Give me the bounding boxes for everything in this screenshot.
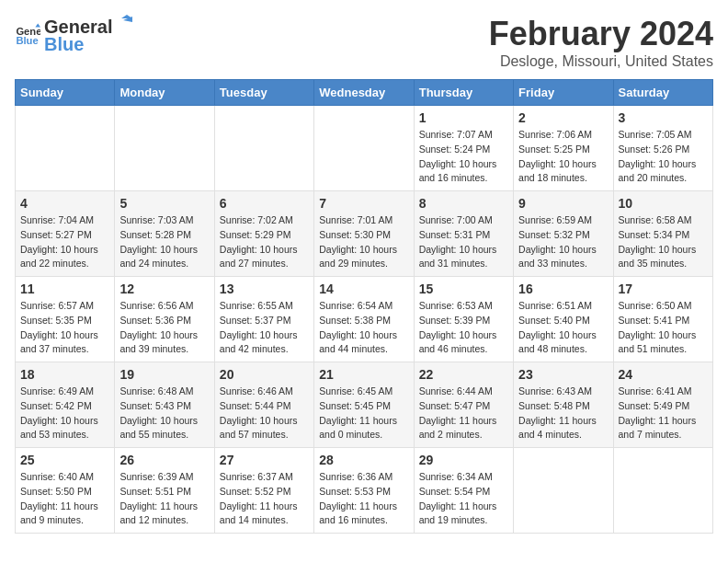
- svg-text:Blue: Blue: [16, 35, 38, 46]
- day-number: 17: [619, 282, 708, 296]
- day-number: 3: [619, 110, 708, 125]
- calendar-cell: 1Sunrise: 7:07 AMSunset: 5:24 PMDaylight…: [414, 106, 513, 191]
- calendar-cell: 21Sunrise: 6:45 AMSunset: 5:45 PMDayligh…: [314, 362, 414, 448]
- calendar-cell: 18Sunrise: 6:49 AMSunset: 5:42 PMDayligh…: [16, 362, 115, 448]
- weekday-header: Saturday: [613, 80, 712, 106]
- calendar-cell: 8Sunrise: 7:00 AMSunset: 5:31 PMDaylight…: [414, 191, 513, 277]
- calendar-cell: 25Sunrise: 6:40 AMSunset: 5:50 PMDayligh…: [16, 448, 115, 534]
- day-info: Sunrise: 6:54 AMSunset: 5:38 PMDaylight:…: [319, 299, 408, 357]
- day-number: 29: [419, 453, 508, 467]
- day-number: 2: [518, 110, 608, 125]
- day-number: 18: [20, 367, 109, 382]
- day-number: 21: [319, 367, 408, 382]
- day-number: 4: [20, 196, 109, 211]
- logo: General Blue General Blue: [15, 15, 132, 55]
- day-info: Sunrise: 6:55 AMSunset: 5:37 PMDaylight:…: [220, 299, 309, 357]
- calendar-cell: 11Sunrise: 6:57 AMSunset: 5:35 PMDayligh…: [16, 277, 115, 362]
- calendar-cell: 7Sunrise: 7:01 AMSunset: 5:30 PMDaylight…: [314, 191, 414, 277]
- day-info: Sunrise: 7:03 AMSunset: 5:28 PMDaylight:…: [119, 213, 209, 271]
- calendar-cell: 4Sunrise: 7:04 AMSunset: 5:27 PMDaylight…: [16, 191, 115, 277]
- weekday-header: Tuesday: [214, 80, 313, 106]
- calendar-cell: 14Sunrise: 6:54 AMSunset: 5:38 PMDayligh…: [314, 277, 414, 362]
- day-number: 12: [119, 282, 209, 296]
- weekday-header: Monday: [115, 80, 214, 106]
- calendar-cell: [514, 448, 613, 534]
- day-info: Sunrise: 6:36 AMSunset: 5:53 PMDaylight:…: [319, 470, 408, 528]
- calendar-cell: 5Sunrise: 7:03 AMSunset: 5:28 PMDaylight…: [115, 191, 214, 277]
- day-info: Sunrise: 6:53 AMSunset: 5:39 PMDaylight:…: [419, 299, 508, 357]
- main-title: February 2024: [489, 15, 713, 53]
- day-number: 13: [220, 282, 309, 296]
- day-info: Sunrise: 6:41 AMSunset: 5:49 PMDaylight:…: [619, 385, 708, 442]
- calendar-cell: 3Sunrise: 7:05 AMSunset: 5:26 PMDaylight…: [613, 106, 712, 191]
- day-info: Sunrise: 7:02 AMSunset: 5:29 PMDaylight:…: [220, 213, 309, 271]
- day-number: 15: [419, 282, 508, 296]
- calendar-cell: 28Sunrise: 6:36 AMSunset: 5:53 PMDayligh…: [314, 448, 414, 534]
- calendar-cell: 15Sunrise: 6:53 AMSunset: 5:39 PMDayligh…: [414, 277, 513, 362]
- calendar-cell: 26Sunrise: 6:39 AMSunset: 5:51 PMDayligh…: [115, 448, 214, 534]
- day-info: Sunrise: 7:01 AMSunset: 5:30 PMDaylight:…: [319, 213, 408, 271]
- day-number: 22: [419, 367, 508, 382]
- calendar-cell: 12Sunrise: 6:56 AMSunset: 5:36 PMDayligh…: [115, 277, 214, 362]
- calendar-cell: 20Sunrise: 6:46 AMSunset: 5:44 PMDayligh…: [214, 362, 313, 448]
- calendar-cell: 29Sunrise: 6:34 AMSunset: 5:54 PMDayligh…: [414, 448, 513, 534]
- day-number: 8: [419, 196, 508, 211]
- day-info: Sunrise: 6:57 AMSunset: 5:35 PMDaylight:…: [20, 299, 109, 357]
- day-number: 14: [319, 282, 408, 296]
- weekday-header: Thursday: [414, 80, 513, 106]
- calendar-cell: 22Sunrise: 6:44 AMSunset: 5:47 PMDayligh…: [414, 362, 513, 448]
- day-info: Sunrise: 7:07 AMSunset: 5:24 PMDaylight:…: [419, 128, 508, 186]
- day-info: Sunrise: 6:34 AMSunset: 5:54 PMDaylight:…: [419, 470, 508, 528]
- day-info: Sunrise: 6:46 AMSunset: 5:44 PMDaylight:…: [220, 385, 309, 442]
- calendar-week-row: 4Sunrise: 7:04 AMSunset: 5:27 PMDaylight…: [16, 191, 713, 277]
- calendar-week-row: 25Sunrise: 6:40 AMSunset: 5:50 PMDayligh…: [16, 448, 713, 534]
- day-number: 1: [419, 110, 508, 125]
- day-number: 19: [119, 367, 209, 382]
- calendar-cell: 10Sunrise: 6:58 AMSunset: 5:34 PMDayligh…: [613, 191, 712, 277]
- logo-bird-icon: [114, 15, 132, 33]
- day-number: 6: [220, 196, 309, 211]
- day-number: 7: [319, 196, 408, 211]
- calendar-cell: 23Sunrise: 6:43 AMSunset: 5:48 PMDayligh…: [514, 362, 613, 448]
- subtitle: Desloge, Missouri, United States: [489, 53, 713, 70]
- calendar-cell: 16Sunrise: 6:51 AMSunset: 5:40 PMDayligh…: [514, 277, 613, 362]
- day-info: Sunrise: 6:50 AMSunset: 5:41 PMDaylight:…: [619, 299, 708, 357]
- day-info: Sunrise: 7:05 AMSunset: 5:26 PMDaylight:…: [619, 128, 708, 186]
- calendar-cell: [115, 106, 214, 191]
- day-info: Sunrise: 7:04 AMSunset: 5:27 PMDaylight:…: [20, 213, 109, 271]
- calendar-cell: 19Sunrise: 6:48 AMSunset: 5:43 PMDayligh…: [115, 362, 214, 448]
- day-info: Sunrise: 6:51 AMSunset: 5:40 PMDaylight:…: [518, 299, 608, 357]
- day-number: 20: [220, 367, 309, 382]
- calendar-cell: [16, 106, 115, 191]
- day-number: 27: [220, 453, 309, 467]
- day-info: Sunrise: 6:40 AMSunset: 5:50 PMDaylight:…: [20, 470, 109, 528]
- day-number: 28: [319, 453, 408, 467]
- calendar-cell: 13Sunrise: 6:55 AMSunset: 5:37 PMDayligh…: [214, 277, 313, 362]
- day-number: 24: [619, 367, 708, 382]
- page-header: General Blue General Blue February 2024 …: [15, 15, 713, 70]
- calendar-cell: 9Sunrise: 6:59 AMSunset: 5:32 PMDaylight…: [514, 191, 613, 277]
- day-info: Sunrise: 7:00 AMSunset: 5:31 PMDaylight:…: [419, 213, 508, 271]
- weekday-header: Wednesday: [314, 80, 414, 106]
- calendar-cell: 24Sunrise: 6:41 AMSunset: 5:49 PMDayligh…: [613, 362, 712, 448]
- day-info: Sunrise: 6:48 AMSunset: 5:43 PMDaylight:…: [119, 385, 209, 442]
- day-info: Sunrise: 6:37 AMSunset: 5:52 PMDaylight:…: [220, 470, 309, 528]
- calendar-cell: 2Sunrise: 7:06 AMSunset: 5:25 PMDaylight…: [514, 106, 613, 191]
- day-number: 16: [518, 282, 608, 296]
- day-info: Sunrise: 6:49 AMSunset: 5:42 PMDaylight:…: [20, 385, 109, 442]
- calendar-cell: 17Sunrise: 6:50 AMSunset: 5:41 PMDayligh…: [613, 277, 712, 362]
- calendar-cell: [314, 106, 414, 191]
- calendar-week-row: 11Sunrise: 6:57 AMSunset: 5:35 PMDayligh…: [16, 277, 713, 362]
- day-info: Sunrise: 6:44 AMSunset: 5:47 PMDaylight:…: [419, 385, 508, 442]
- day-info: Sunrise: 6:45 AMSunset: 5:45 PMDaylight:…: [319, 385, 408, 442]
- day-info: Sunrise: 6:59 AMSunset: 5:32 PMDaylight:…: [518, 213, 608, 271]
- calendar-week-row: 18Sunrise: 6:49 AMSunset: 5:42 PMDayligh…: [16, 362, 713, 448]
- title-section: February 2024 Desloge, Missouri, United …: [489, 15, 713, 70]
- calendar-cell: [613, 448, 712, 534]
- weekday-header: Friday: [514, 80, 613, 106]
- calendar-cell: 6Sunrise: 7:02 AMSunset: 5:29 PMDaylight…: [214, 191, 313, 277]
- day-info: Sunrise: 7:06 AMSunset: 5:25 PMDaylight:…: [518, 128, 608, 186]
- day-number: 10: [619, 196, 708, 211]
- logo-icon: General Blue: [15, 22, 40, 48]
- calendar-header-row: SundayMondayTuesdayWednesdayThursdayFrid…: [16, 80, 713, 106]
